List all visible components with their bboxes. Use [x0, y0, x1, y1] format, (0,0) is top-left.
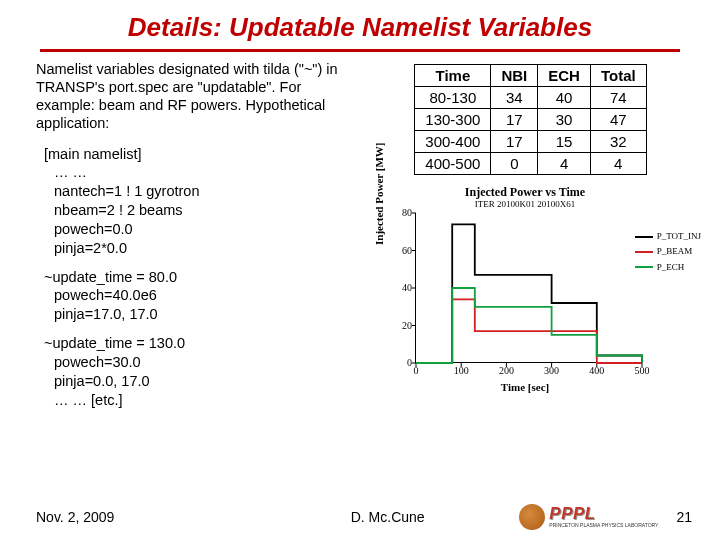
- code-line: pinja=0.0, 17.0: [44, 372, 351, 391]
- legend-item-beam: P_BEAM: [635, 244, 701, 259]
- legend-swatch: [635, 266, 653, 268]
- page-number: 21: [676, 509, 692, 525]
- chart-xlabel: Time [sec]: [375, 381, 675, 393]
- code-line: nantech=1 ! 1 gyrotron: [44, 182, 351, 201]
- th-time: Time: [415, 65, 491, 87]
- legend-label: P_ECH: [657, 260, 685, 275]
- chart-plot-area: 0100200300400500020406080: [415, 213, 641, 363]
- th-nbi: NBI: [491, 65, 538, 87]
- cell: 30: [538, 109, 591, 131]
- th-total: Total: [590, 65, 646, 87]
- footer: Nov. 2, 2009 D. Mc.Cune PPPL PRINCETON P…: [0, 504, 720, 530]
- chart-ylabel: Injected Power [MW]: [373, 143, 385, 245]
- legend-label: P_BEAM: [657, 244, 693, 259]
- slide-title: Details: Updatable Namelist Variables: [0, 0, 720, 47]
- th-ech: ECH: [538, 65, 591, 87]
- power-vs-time-chart: Injected Power vs Time ITER 20100K01 201…: [375, 185, 675, 391]
- code-line: [main namelist]: [44, 145, 351, 164]
- intro-text: Namelist variables designated with tilda…: [36, 60, 351, 133]
- table-row: 130-300 17 30 47: [415, 109, 646, 131]
- content-row: Namelist variables designated with tilda…: [0, 60, 720, 419]
- legend-item-ech: P_ECH: [635, 260, 701, 275]
- legend-swatch: [635, 251, 653, 253]
- cell: 40: [538, 87, 591, 109]
- cell: 300-400: [415, 131, 491, 153]
- chart-subtitle: ITER 20100K01 20100X61: [375, 199, 675, 209]
- code-line: powech=30.0: [44, 353, 351, 372]
- cell: 80-130: [415, 87, 491, 109]
- code-block-main: [main namelist] … … nantech=1 ! 1 gyrotr…: [44, 145, 351, 258]
- code-line: pinja=2*0.0: [44, 239, 351, 258]
- cell: 17: [491, 109, 538, 131]
- legend-label: P_TOT_INJ: [657, 229, 701, 244]
- cell: 130-300: [415, 109, 491, 131]
- table-row: 80-130 34 40 74: [415, 87, 646, 109]
- footer-date: Nov. 2, 2009: [36, 509, 256, 525]
- code-line: ~update_time = 130.0: [44, 334, 351, 353]
- title-underline: [40, 49, 680, 52]
- pppl-text: PPPL: [549, 504, 595, 523]
- table-row: 400-500 0 4 4: [415, 153, 646, 175]
- chart-svg: [416, 213, 642, 363]
- cell: 34: [491, 87, 538, 109]
- cell: 74: [590, 87, 646, 109]
- code-line: … … [etc.]: [44, 391, 351, 410]
- pppl-subtext: PRINCETON PLASMA PHYSICS LABORATORY: [549, 522, 658, 528]
- legend-item-total: P_TOT_INJ: [635, 229, 701, 244]
- code-line: pinja=17.0, 17.0: [44, 305, 351, 324]
- cell: 32: [590, 131, 646, 153]
- left-column: Namelist variables designated with tilda…: [36, 60, 351, 419]
- footer-author: D. Mc.Cune: [256, 509, 519, 525]
- cell: 0: [491, 153, 538, 175]
- code-line: … …: [44, 163, 351, 182]
- legend-swatch: [635, 236, 653, 238]
- cell: 17: [491, 131, 538, 153]
- pppl-logo: PPPL PRINCETON PLASMA PHYSICS LABORATORY: [519, 504, 658, 530]
- cell: 400-500: [415, 153, 491, 175]
- cell: 4: [538, 153, 591, 175]
- chart-legend: P_TOT_INJ P_BEAM P_ECH: [635, 229, 701, 275]
- code-block-update2: ~update_time = 130.0 powech=30.0 pinja=0…: [44, 334, 351, 409]
- tiger-icon: [519, 504, 545, 530]
- code-line: powech=40.0e6: [44, 286, 351, 305]
- cell: 15: [538, 131, 591, 153]
- table-row: 300-400 17 15 32: [415, 131, 646, 153]
- table-header-row: Time NBI ECH Total: [415, 65, 646, 87]
- chart-title: Injected Power vs Time: [375, 185, 675, 200]
- code-line: powech=0.0: [44, 220, 351, 239]
- cell: 47: [590, 109, 646, 131]
- right-column: Time NBI ECH Total 80-130 34 40 74 130-3…: [351, 60, 690, 419]
- power-table: Time NBI ECH Total 80-130 34 40 74 130-3…: [414, 64, 646, 175]
- code-block-update1: ~update_time = 80.0 powech=40.0e6 pinja=…: [44, 268, 351, 325]
- code-line: ~update_time = 80.0: [44, 268, 351, 287]
- code-line: nbeam=2 ! 2 beams: [44, 201, 351, 220]
- cell: 4: [590, 153, 646, 175]
